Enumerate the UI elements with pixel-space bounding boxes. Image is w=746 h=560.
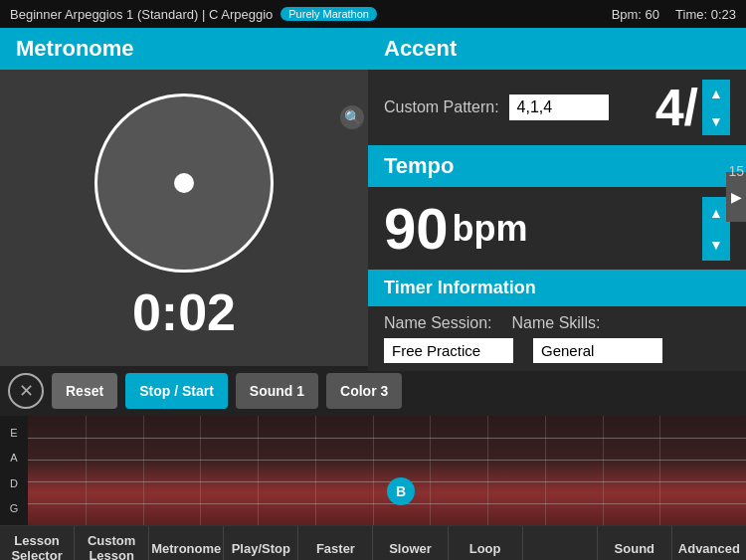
string-e: E bbox=[0, 427, 28, 439]
close-button[interactable]: ✕ bbox=[8, 373, 44, 409]
fraction-number: 4 bbox=[655, 82, 684, 133]
bpm-label: Bpm: 60 bbox=[612, 7, 659, 22]
metronome-body: 🔍 0:02 bbox=[0, 70, 368, 366]
loop-button[interactable]: Loop bbox=[449, 526, 523, 560]
string-g: G bbox=[0, 502, 28, 514]
bottom-toolbar: Lesson Selector Custom Lesson Metronome … bbox=[0, 525, 746, 560]
custom-pattern-label: Custom Pattern: bbox=[384, 98, 499, 116]
metronome-panel: ◀ Metronome 🔍 0:02 bbox=[0, 28, 368, 366]
tempo-unit: bpm bbox=[453, 208, 528, 250]
controls-row: ✕ Reset Stop / Start Sound 1 Color 3 bbox=[0, 366, 746, 416]
string-labels: E A D G bbox=[0, 416, 28, 525]
reset-button[interactable]: Reset bbox=[52, 373, 117, 409]
main-content: ◀ Metronome 🔍 0:02 ▶ Accent Custom Patte… bbox=[0, 28, 746, 366]
stop-start-button[interactable]: Stop / Start bbox=[125, 373, 228, 409]
sound-button[interactable]: Sound 1 bbox=[236, 373, 318, 409]
fretboard-area: E A D G B bbox=[0, 416, 746, 525]
faster-button[interactable]: Faster bbox=[298, 526, 373, 560]
x-icon: ✕ bbox=[19, 380, 34, 402]
fret-number-label: 15 bbox=[728, 163, 744, 179]
metronome-header: Metronome bbox=[0, 28, 368, 70]
empty-button bbox=[523, 526, 598, 560]
fraction-down-button[interactable]: ▼ bbox=[702, 107, 730, 135]
app-title: Beginner Arpeggios 1 (Standard) | C Arpe… bbox=[10, 7, 273, 22]
top-bar-left: Beginner Arpeggios 1 (Standard) | C Arpe… bbox=[10, 7, 377, 22]
fraction-display: 4 / ▲ ▼ bbox=[655, 78, 730, 137]
fraction-arrows: ▲ ▼ bbox=[702, 80, 730, 135]
lesson-selector-button[interactable]: Lesson Selector bbox=[0, 526, 75, 560]
timer-header: Timer Information bbox=[368, 270, 746, 306]
metronome-circle-container bbox=[94, 93, 274, 273]
fraction-slash: / bbox=[684, 78, 698, 137]
metronome-circle bbox=[94, 93, 274, 273]
time-label: Time: 0:23 bbox=[675, 7, 736, 22]
timer-labels-row: Name Session: Name Skills: bbox=[384, 314, 730, 332]
fretboard-inner[interactable]: B bbox=[28, 416, 746, 525]
metronome-time-display: 0:02 bbox=[132, 282, 236, 342]
timer-body: Name Session: Name Skills: bbox=[368, 306, 746, 371]
string-d: D bbox=[0, 477, 28, 489]
top-bar-right: Bpm: 60 Time: 0:23 bbox=[612, 7, 736, 22]
tempo-row: 90 bpm ▲ ▼ bbox=[368, 187, 746, 270]
accent-header: Accent bbox=[368, 28, 746, 70]
metronome-dot bbox=[174, 173, 194, 193]
custom-pattern-row: Custom Pattern: 4 / ▲ ▼ bbox=[368, 70, 746, 145]
custom-lesson-button[interactable]: Custom Lesson bbox=[75, 526, 149, 560]
tempo-down-button[interactable]: ▼ bbox=[702, 229, 730, 261]
slower-button[interactable]: Slower bbox=[373, 526, 448, 560]
right-nav-arrow[interactable]: ▶ bbox=[726, 172, 746, 222]
tempo-header: Tempo bbox=[368, 145, 746, 187]
pm-badge: Purely Marathon bbox=[280, 7, 377, 21]
custom-pattern-input[interactable] bbox=[509, 94, 609, 120]
session-input[interactable] bbox=[384, 338, 513, 363]
magnify-icon[interactable]: 🔍 bbox=[340, 105, 364, 129]
top-bar: Beginner Arpeggios 1 (Standard) | C Arpe… bbox=[0, 0, 746, 28]
right-panel: ▶ Accent Custom Pattern: 4 / ▲ ▼ Tempo 9… bbox=[368, 28, 746, 366]
play-stop-button[interactable]: Play/Stop bbox=[224, 526, 298, 560]
string-a: A bbox=[0, 452, 28, 464]
advanced-button[interactable]: Advanced bbox=[672, 526, 746, 560]
metronome-button[interactable]: Metronome bbox=[149, 526, 224, 560]
timer-inputs-row bbox=[384, 338, 730, 363]
fraction-up-button[interactable]: ▲ bbox=[702, 80, 730, 107]
color-button[interactable]: Color 3 bbox=[326, 373, 402, 409]
name-session-label: Name Session: bbox=[384, 314, 492, 332]
skills-input[interactable] bbox=[533, 338, 662, 363]
tempo-value: 90 bbox=[384, 195, 449, 262]
sound-toolbar-button[interactable]: Sound bbox=[598, 526, 672, 560]
name-skills-label: Name Skills: bbox=[512, 314, 601, 332]
b-note: B bbox=[387, 477, 415, 505]
